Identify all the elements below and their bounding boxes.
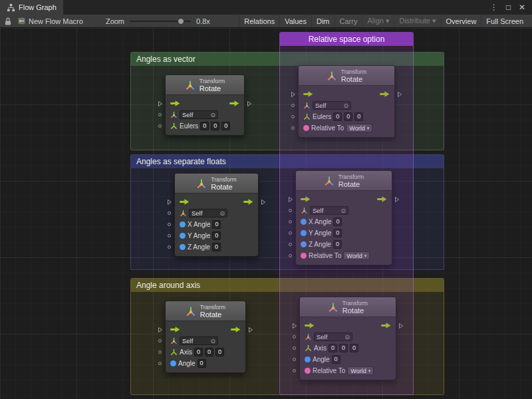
x-angle-field[interactable]: 0 bbox=[333, 217, 342, 226]
self-port[interactable] bbox=[168, 211, 171, 215]
vector-x-field[interactable]: 0 bbox=[200, 122, 209, 130]
z-angle-field[interactable]: 0 bbox=[212, 243, 221, 251]
y-angle-field[interactable]: 0 bbox=[333, 229, 342, 237]
z-angle-port[interactable] bbox=[289, 243, 292, 246]
relative-to-port[interactable] bbox=[293, 369, 296, 372]
self-object-field[interactable]: Self ⊙ bbox=[180, 110, 218, 119]
node-transform-rotate[interactable]: Transform Rotate Self ⊙ bbox=[298, 65, 395, 138]
y-angle-port[interactable] bbox=[168, 234, 171, 237]
window-controls: ⋮ □ ✕ bbox=[483, 0, 532, 15]
node-transform-rotate[interactable]: Transform Rotate Self ⊙ bbox=[295, 170, 392, 265]
vector-z-field[interactable]: 0 bbox=[350, 344, 358, 352]
node-header[interactable]: Transform Rotate bbox=[299, 66, 394, 86]
group-header[interactable]: Angle around axis bbox=[131, 279, 444, 292]
node-transform-rotate[interactable]: Transform Rotate Self ⊙ bbox=[299, 297, 396, 380]
vector-z-field[interactable]: 0 bbox=[354, 112, 363, 121]
group-header[interactable]: Relative space option bbox=[280, 33, 413, 46]
kebab-menu-icon[interactable]: ⋮ bbox=[490, 3, 498, 12]
eulers-port[interactable] bbox=[291, 115, 295, 118]
vector-x-field[interactable]: 0 bbox=[333, 112, 342, 121]
self-port[interactable] bbox=[158, 339, 162, 342]
toolbar-button-overview[interactable]: Overview bbox=[441, 15, 481, 27]
vector-z-field[interactable]: 0 bbox=[221, 122, 230, 130]
self-port[interactable] bbox=[289, 209, 292, 212]
row-label: X Angle bbox=[188, 221, 210, 228]
vector-y-field[interactable]: 0 bbox=[211, 122, 219, 130]
self-object-field[interactable]: Self ⊙ bbox=[180, 336, 218, 345]
self-object-field[interactable]: Self ⊙ bbox=[314, 332, 352, 341]
toolbar-button-values[interactable]: Values bbox=[279, 15, 311, 27]
angle-port[interactable] bbox=[158, 362, 162, 365]
z-angle-field[interactable]: 0 bbox=[333, 240, 342, 249]
axis-port[interactable] bbox=[293, 346, 296, 350]
flow-output-port[interactable] bbox=[398, 323, 404, 329]
vector-z-field[interactable]: 0 bbox=[215, 348, 224, 356]
y-angle-field[interactable]: 0 bbox=[212, 231, 221, 240]
vector-x-field[interactable]: 0 bbox=[329, 344, 337, 352]
flow-input-port[interactable] bbox=[288, 196, 293, 203]
close-icon[interactable]: ✕ bbox=[519, 3, 525, 12]
relative-to-port[interactable] bbox=[289, 254, 292, 257]
flow-row bbox=[166, 324, 245, 335]
flow-output-port[interactable] bbox=[394, 196, 400, 203]
flow-input-port[interactable] bbox=[167, 199, 172, 205]
node-header[interactable]: Transform Rotate bbox=[166, 75, 244, 95]
node-transform-rotate[interactable]: Transform Rotate Self ⊙ bbox=[165, 74, 245, 136]
vector-y-field[interactable]: 0 bbox=[344, 112, 352, 121]
node-transform-rotate[interactable]: Transform Rotate Self ⊙ bbox=[174, 173, 259, 257]
relative-to-dropdown[interactable]: World ▾ bbox=[347, 366, 374, 375]
vector-y-field[interactable]: 0 bbox=[205, 348, 213, 356]
self-object-field[interactable]: Self ⊙ bbox=[189, 209, 227, 217]
eulers-port[interactable] bbox=[158, 124, 162, 128]
node-header[interactable]: Transform Rotate bbox=[296, 171, 392, 191]
z-angle-port[interactable] bbox=[168, 245, 171, 249]
self-port[interactable] bbox=[291, 104, 295, 107]
graph-canvas[interactable]: Angles as vector Angles as separate floa… bbox=[0, 28, 532, 399]
vector-y-field[interactable]: 0 bbox=[339, 344, 348, 352]
float-icon bbox=[305, 356, 311, 362]
angle-field[interactable]: 0 bbox=[332, 355, 340, 364]
lock-icon[interactable] bbox=[4, 17, 12, 26]
toolbar-button-fullscreen[interactable]: Full Screen bbox=[481, 15, 528, 27]
node-transform-rotate[interactable]: Transform Rotate Self ⊙ bbox=[165, 301, 246, 373]
flow-output-port[interactable] bbox=[261, 199, 266, 205]
zoom-slider-knob[interactable] bbox=[178, 18, 184, 25]
macro-selector[interactable]: New Flow Macro bbox=[17, 17, 83, 25]
x-angle-port[interactable] bbox=[168, 223, 171, 226]
self-port[interactable] bbox=[158, 113, 162, 116]
flow-input-port[interactable] bbox=[158, 100, 163, 107]
flow-output-port[interactable] bbox=[397, 91, 402, 98]
x-angle-field[interactable]: 0 bbox=[212, 220, 221, 229]
flow-row bbox=[175, 196, 258, 207]
axis-port[interactable] bbox=[158, 350, 162, 354]
toolbar-button-relations[interactable]: Relations bbox=[239, 15, 279, 27]
flow-output-port[interactable] bbox=[247, 100, 252, 107]
self-row: Self ⊙ bbox=[166, 335, 245, 346]
x-angle-port[interactable] bbox=[289, 220, 292, 223]
y-angle-port[interactable] bbox=[289, 231, 292, 235]
toolbar-button-dim[interactable]: Dim bbox=[311, 15, 334, 27]
self-object-field[interactable]: Self ⊙ bbox=[310, 206, 348, 215]
eulers-row: Eulers 0 0 0 bbox=[166, 120, 244, 132]
flow-input-port[interactable] bbox=[291, 91, 296, 98]
self-object-field[interactable]: Self ⊙ bbox=[313, 101, 351, 110]
angle-port[interactable] bbox=[293, 358, 296, 361]
relative-to-dropdown[interactable]: World ▾ bbox=[346, 124, 372, 132]
maximize-icon[interactable]: □ bbox=[506, 3, 511, 12]
flow-input-port[interactable] bbox=[158, 327, 163, 333]
group-header[interactable]: Angles as vector bbox=[131, 53, 444, 66]
node-header[interactable]: Transform Rotate bbox=[166, 301, 245, 321]
vector-x-field[interactable]: 0 bbox=[194, 348, 203, 356]
relative-to-port[interactable] bbox=[291, 126, 295, 130]
flow-output-port[interactable] bbox=[248, 327, 253, 333]
node-header[interactable]: Transform Rotate bbox=[175, 174, 258, 194]
group-header[interactable]: Angles as separate floats bbox=[131, 155, 444, 168]
node-header[interactable]: Transform Rotate bbox=[300, 297, 396, 317]
zoom-slider[interactable] bbox=[130, 17, 191, 25]
self-port[interactable] bbox=[293, 335, 296, 338]
toolbar-button-carry[interactable]: Carry bbox=[334, 15, 362, 27]
tab-flow-graph[interactable]: Flow Graph bbox=[0, 0, 63, 15]
angle-field[interactable]: 0 bbox=[198, 359, 206, 368]
relative-to-dropdown[interactable]: World ▾ bbox=[343, 251, 370, 260]
flow-input-port[interactable] bbox=[292, 323, 297, 329]
